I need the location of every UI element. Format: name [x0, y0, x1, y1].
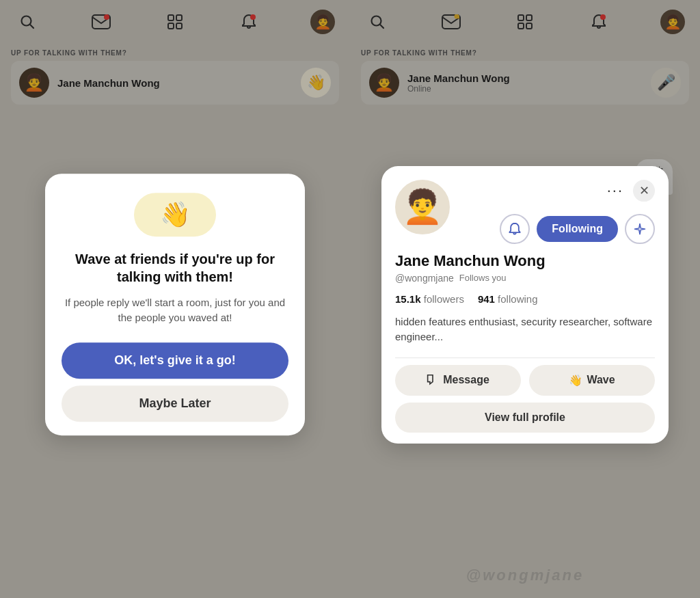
left-panel: 🧑‍🦱 UP FOR TALKING WITH THEM? 🧑‍🦱 Jane M… — [0, 0, 350, 598]
message-button[interactable]: Message — [395, 365, 521, 396]
following-count: 941 — [478, 293, 495, 305]
more-options-button[interactable]: ··· — [603, 182, 628, 200]
profile-handle-row: @wongmjane Follows you — [395, 273, 655, 284]
followers-count: 15.1k — [395, 293, 421, 305]
wave-emoji-container: 👋 — [134, 193, 216, 236]
wave-emoji: 👋 — [160, 200, 191, 229]
stats-row: 15.1k followers 941 following — [395, 293, 655, 305]
sparkle-button[interactable] — [625, 214, 655, 244]
svg-marker-19 — [428, 375, 433, 384]
profile-avatar: 🧑‍🦱 — [395, 180, 450, 234]
wave-btn-icon: 👋 — [569, 374, 582, 387]
following-label: following — [498, 293, 537, 305]
message-label: Message — [443, 374, 489, 386]
divider — [395, 357, 655, 358]
follows-you-badge: Follows you — [459, 273, 507, 283]
profile-name: Jane Manchun Wong — [395, 252, 655, 270]
maybe-later-button[interactable]: Maybe Later — [62, 385, 288, 422]
followers-stat: 15.1k followers — [395, 293, 464, 305]
wave-modal-description: If people reply we'll start a room, just… — [62, 295, 288, 326]
following-button[interactable]: Following — [537, 216, 618, 242]
profile-card: 🧑‍🦱 ··· ✕ Following — [381, 166, 669, 444]
wave-modal: 👋 Wave at friends if you're up for talki… — [45, 174, 305, 435]
wave-modal-title: Wave at friends if you're up for talking… — [62, 250, 288, 286]
profile-bio: hidden features enthusiast, security res… — [395, 314, 655, 345]
notification-bell-button[interactable] — [500, 214, 530, 244]
view-full-profile-button[interactable]: View full profile — [395, 403, 655, 433]
right-panel: 🧑‍🦱 UP FOR TALKING WITH THEM? 🧑‍🦱 Jane M… — [350, 0, 700, 598]
profile-handle: @wongmjane — [395, 273, 454, 284]
close-button[interactable]: ✕ — [633, 180, 655, 202]
followers-label: followers — [424, 293, 464, 305]
confirm-wave-button[interactable]: OK, let's give it a go! — [62, 342, 288, 379]
wave-button[interactable]: 👋 Wave — [529, 365, 655, 396]
profile-actions: Following — [500, 214, 655, 244]
following-stat: 941 following — [478, 293, 538, 305]
profile-buttons-row: Message 👋 Wave — [395, 365, 655, 396]
wave-label: Wave — [587, 374, 615, 386]
